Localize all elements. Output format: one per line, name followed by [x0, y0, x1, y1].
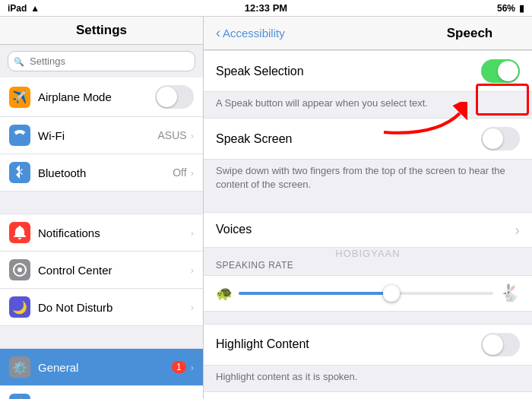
speaking-rate-header: SPEAKING RATE — [204, 248, 532, 275]
divider-2 — [0, 326, 203, 349]
sidebar-title: Settings — [0, 17, 203, 45]
wifi-setting-icon — [9, 125, 30, 146]
highlight-content-label: Highlight Content — [216, 337, 481, 351]
sidebar-item-bluetooth[interactable]: Bluetooth Off › — [0, 154, 203, 192]
status-right: 56% ▮ — [497, 3, 524, 14]
speak-screen-label: Speak Screen — [216, 132, 481, 146]
voices-chevron — [515, 221, 520, 239]
ipad-label: iPad — [8, 3, 27, 14]
speak-selection-group: Speak Selection A Speak button will appe… — [204, 50, 532, 118]
svg-point-1 — [17, 268, 22, 272]
sidebar-list: ✈️ Airplane Mode Wi-Fi ASUS › — [0, 78, 203, 399]
wifi-label: Wi-Fi — [38, 129, 158, 142]
speak-selection-row: Speak Selection — [204, 50, 532, 92]
bluetooth-icon — [9, 162, 30, 183]
voices-group: Voices — [204, 212, 532, 248]
voices-row[interactable]: Voices — [204, 212, 532, 248]
sidebar-item-donotdisturb[interactable]: 🌙 Do Not Disturb › — [0, 289, 203, 326]
speak-selection-label: Speak Selection — [216, 65, 481, 78]
battery-icon: ▮ — [519, 3, 524, 14]
speak-screen-group: Speak Screen Swipe down with two fingers… — [204, 118, 532, 199]
controlcenter-icon — [9, 259, 30, 280]
donotdisturb-icon: 🌙 — [9, 296, 30, 318]
controlcenter-chevron: › — [191, 264, 194, 276]
status-bar: iPad ▲ 12:33 PM 56% ▮ — [0, 0, 532, 17]
general-badge: 1 — [172, 361, 186, 373]
sidebar-item-notifications[interactable]: Notifications › — [0, 214, 203, 252]
voices-label: Voices — [216, 223, 515, 236]
slider-fill — [239, 292, 391, 295]
back-chevron-icon: ‹ — [216, 26, 220, 40]
search-bar — [0, 45, 203, 78]
general-icon: ⚙️ — [9, 356, 30, 378]
sidebar: Settings ✈️ Airplane Mode Wi-Fi ASUS — [0, 17, 204, 399]
speaking-rate-section: SPEAKING RATE 🐢 🐇 — [204, 248, 532, 312]
airplane-label: Airplane Mode — [38, 90, 155, 103]
bluetooth-value: Off — [173, 166, 186, 179]
sidebar-item-wifi[interactable]: Wi-Fi ASUS › — [0, 117, 203, 154]
speaking-rate-slider-row: 🐢 🐇 — [204, 275, 532, 312]
sidebar-item-displaybrightness[interactable]: ☀️ Display & Brightness › — [0, 386, 203, 399]
general-label: General — [38, 361, 172, 374]
wifi-value: ASUS — [158, 129, 187, 141]
bluetooth-chevron: › — [191, 167, 194, 179]
main-panel-wrapper: ‹ Accessibility Speech Speak Selectio — [204, 17, 532, 399]
highlight-content-group: Highlight Content Highlight content as i… — [204, 324, 532, 391]
general-chevron: › — [191, 362, 194, 373]
back-label: Accessibility — [223, 27, 285, 40]
speak-autotext-group: Speak Auto-text Automatically speak auto… — [204, 391, 532, 399]
wifi-icon: ▲ — [30, 3, 40, 14]
speak-selection-desc: A Speak button will appear when you sele… — [204, 92, 532, 118]
speak-screen-desc: Swipe down with two fingers from the top… — [204, 160, 532, 199]
content-area: Speak Selection A Speak button will appe… — [204, 50, 532, 399]
donotdisturb-label: Do Not Disturb — [38, 301, 191, 314]
sidebar-item-airplane[interactable]: ✈️ Airplane Mode — [0, 78, 203, 117]
nav-header: ‹ Accessibility Speech — [204, 17, 532, 50]
airplane-toggle[interactable] — [155, 85, 194, 109]
highlight-content-toggle[interactable] — [481, 333, 520, 356]
notifications-icon — [9, 222, 30, 243]
search-input[interactable] — [8, 51, 195, 71]
donotdisturb-chevron: › — [191, 302, 194, 313]
airplane-icon: ✈️ — [9, 87, 30, 108]
highlight-content-row: Highlight Content — [204, 324, 532, 366]
speak-screen-row: Speak Screen — [204, 118, 532, 160]
divider-1 — [0, 192, 203, 214]
status-left: iPad ▲ — [8, 3, 40, 14]
sidebar-item-controlcenter[interactable]: Control Center › — [0, 252, 203, 289]
status-time: 12:33 PM — [245, 2, 287, 14]
displaybrightness-icon: ☀️ — [9, 394, 30, 399]
notifications-chevron: › — [191, 227, 194, 239]
sidebar-item-general[interactable]: ⚙️ General 1 › — [0, 349, 203, 386]
battery-label: 56% — [497, 3, 515, 14]
slider-turtle-icon: 🐢 — [216, 285, 233, 302]
slider-track[interactable] — [239, 292, 493, 295]
slider-thumb[interactable] — [383, 285, 400, 302]
slider-rabbit-icon: 🐇 — [499, 283, 520, 303]
speak-selection-toggle[interactable] — [481, 59, 520, 83]
wifi-chevron: › — [191, 130, 194, 141]
speak-autotext-row: Speak Auto-text — [204, 391, 532, 399]
highlight-content-desc: Highlight content as it is spoken. — [204, 366, 532, 391]
controlcenter-label: Control Center — [38, 264, 191, 277]
panel-title: Speech — [447, 26, 492, 41]
speak-screen-toggle[interactable] — [481, 127, 520, 150]
bluetooth-label: Bluetooth — [38, 166, 173, 179]
back-button[interactable]: ‹ Accessibility — [216, 27, 285, 40]
notifications-label: Notifications — [38, 226, 191, 239]
